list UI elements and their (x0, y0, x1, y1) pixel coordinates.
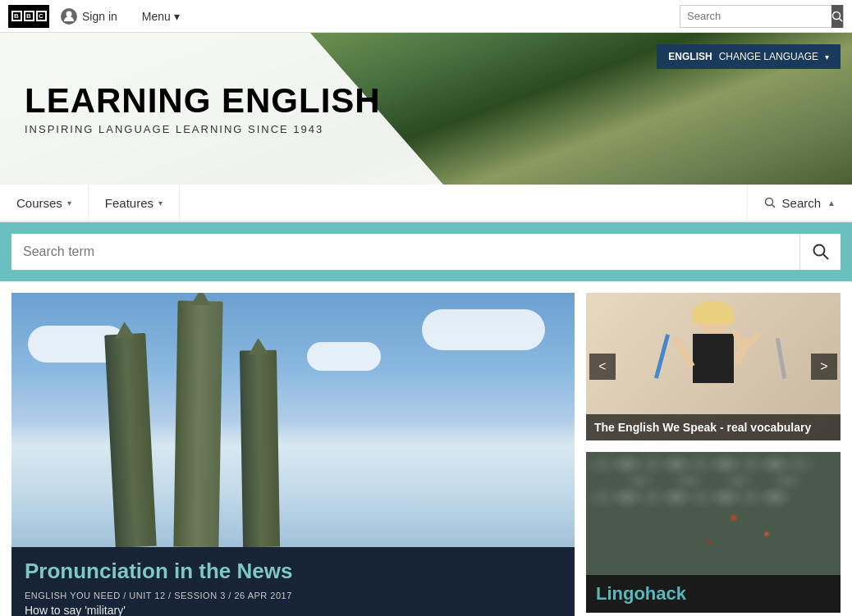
search-submit-icon (812, 243, 830, 261)
featured-meta: ENGLISH YOU NEED / UNIT 12 / SESSION 3 /… (25, 591, 561, 600)
featured-image (11, 293, 575, 547)
top-bar: B B C Sign in Menu ▾ (0, 0, 852, 33)
svg-line-6 (823, 254, 828, 259)
menu-arrow-icon: ▾ (174, 10, 180, 23)
courses-label: Courses (16, 196, 62, 210)
featured-section: Pronunciation in the News ENGLISH YOU NE… (11, 293, 575, 616)
missile-1 (104, 333, 157, 547)
svg-line-2 (840, 18, 843, 21)
search-term-input[interactable] (11, 234, 799, 270)
nav-search-icon (764, 197, 776, 208)
nav-features[interactable]: Features ▾ (89, 185, 180, 221)
carousel-title: The English We Speak - real vocabulary (594, 421, 811, 434)
svg-point-3 (765, 198, 772, 206)
main-content: Pronunciation in the News ENGLISH YOU NE… (0, 281, 852, 616)
nav-search-chevron-icon: ▲ (827, 198, 836, 208)
carousel-prev-button[interactable]: < (589, 354, 616, 380)
change-language-label: CHANGE LANGUAGE (719, 51, 818, 62)
top-search-input[interactable] (680, 6, 831, 27)
cloud-2 (307, 342, 381, 371)
bbc-logo[interactable]: B B C (8, 5, 49, 28)
carousel-card[interactable]: < > The English We Speak - real vocabula… (586, 293, 841, 440)
language-chevron-icon: ▾ (825, 52, 829, 62)
missiles-background (11, 293, 575, 547)
carousel-caption: The English We Speak - real vocabulary (586, 414, 841, 440)
svg-point-0 (66, 11, 72, 16)
nav-bar: Courses ▾ Features ▾ Search ▲ (0, 185, 852, 222)
cloud-3 (422, 309, 545, 350)
courses-chevron-icon: ▾ (67, 198, 71, 208)
features-label: Features (105, 196, 153, 210)
search-submit-button[interactable] (799, 234, 841, 270)
svg-point-5 (813, 245, 824, 256)
svg-line-4 (772, 205, 775, 208)
hero-content: LEARNING ENGLISH INSPIRING LANGUAGE LEAR… (25, 82, 381, 135)
features-chevron-icon: ▾ (158, 198, 163, 208)
nav-courses[interactable]: Courses ▾ (0, 185, 89, 221)
lingohack-bg (586, 452, 841, 575)
svg-point-1 (833, 11, 841, 19)
featured-card[interactable]: Pronunciation in the News ENGLISH YOU NE… (11, 293, 575, 616)
hero-subtitle: INSPIRING LANGUAGE LEARNING SINCE 1943 (25, 123, 381, 135)
missile-2 (173, 301, 222, 547)
top-search-container (680, 5, 844, 28)
sign-in-button[interactable]: Sign in (61, 8, 117, 25)
carousel-next-button[interactable]: > (811, 354, 837, 380)
hero-banner: LEARNING ENGLISH INSPIRING LANGUAGE LEAR… (0, 33, 852, 185)
top-search-button[interactable] (831, 5, 843, 28)
search-bar (0, 222, 852, 281)
missile-3-tip (248, 338, 268, 354)
right-column: < > The English We Speak - real vocabula… (586, 293, 841, 616)
scales-overlay (586, 452, 841, 575)
missile-3 (240, 350, 280, 547)
featured-title[interactable]: Pronunciation in the News (25, 559, 561, 584)
current-language: ENGLISH (668, 51, 712, 62)
lingohack-card[interactable]: Lingohack (586, 452, 841, 613)
missile-2-tip (190, 293, 210, 305)
menu-button[interactable]: Menu ▾ (142, 10, 180, 23)
account-icon (61, 8, 77, 25)
lingohack-title: Lingohack (586, 575, 841, 613)
woman-head (697, 301, 730, 334)
lingohack-image (586, 452, 841, 575)
hero-title: LEARNING ENGLISH (25, 82, 381, 120)
search-icon (831, 11, 843, 22)
featured-overlay: Pronunciation in the News ENGLISH YOU NE… (11, 547, 575, 616)
missile-1-tip (114, 322, 135, 339)
woman-hair (693, 301, 734, 324)
bbc-b2: B (24, 11, 34, 21)
featured-description: How to say 'military' (25, 604, 561, 616)
nav-search-button[interactable]: Search ▲ (747, 185, 852, 221)
bbc-c: C (36, 11, 47, 21)
bbc-b1: B (11, 11, 22, 21)
menu-label: Menu (142, 10, 171, 23)
sign-in-label: Sign in (82, 10, 117, 23)
language-selector[interactable]: ENGLISH CHANGE LANGUAGE ▾ (657, 44, 841, 69)
nav-search-label: Search (782, 196, 822, 210)
carousel-navigation: < > (586, 354, 841, 380)
